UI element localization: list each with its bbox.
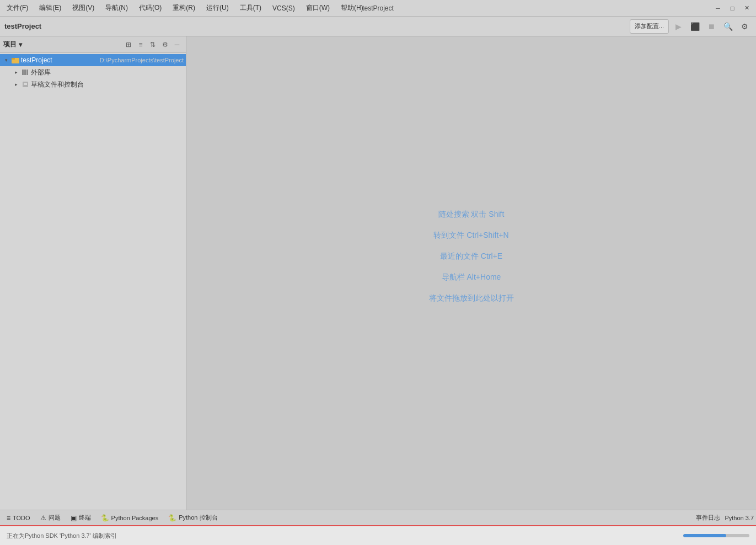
hint-item-0[interactable]: 随处搜索 双击 Shift <box>438 210 505 220</box>
tree-icon-external-libs <box>21 68 30 77</box>
status-bar: ≡TODO⚠问题▣终端🐍Python Packages🐍Python 控制台 事… <box>0 510 756 525</box>
tree-item-testProject[interactable]: ▾testProjectD:\PycharmProjects\testProje… <box>0 54 186 66</box>
menu-item-VCSS[interactable]: VCS(S) <box>270 3 297 13</box>
menu-item-R[interactable]: 重构(R) <box>170 2 197 14</box>
status-tab-problems[interactable]: ⚠问题 <box>36 511 65 525</box>
status-right: 事件日志 Python 3.7 <box>696 514 754 522</box>
toolbar-left: testProject <box>4 22 46 30</box>
menu-item-W[interactable]: 窗口(W) <box>304 2 332 14</box>
title-bar: 文件(F)编辑(E)视图(V)导航(N)代码(O)重构(R)运行(U)工具(T)… <box>0 0 756 17</box>
svg-rect-4 <box>26 70 28 75</box>
project-panel-title: 项目 <box>3 40 22 49</box>
notification-text: 正在为Python SDK 'Python 3.7' 编制索引 <box>7 532 679 540</box>
tree-item-external-libs[interactable]: ▸外部库 <box>0 66 186 78</box>
window-title: testProject <box>362 4 394 12</box>
close-button[interactable]: ✕ <box>742 3 752 13</box>
menu-item-H[interactable]: 帮助(H) <box>339 2 366 14</box>
settings-button[interactable]: ⚙ <box>737 19 752 34</box>
svg-rect-3 <box>24 70 26 75</box>
status-tab-todo[interactable]: ≡TODO <box>2 511 35 525</box>
panel-sort-icon[interactable]: ⇅ <box>147 39 158 50</box>
notification-bar: 正在为Python SDK 'Python 3.7' 编制索引 <box>0 525 756 545</box>
main-area: 项目 ⊞ ≡ ⇅ ⚙ ─ ▾testProjectD:\PycharmProje… <box>0 36 756 510</box>
hint-item-2[interactable]: 最近的文件 Ctrl+E <box>440 252 502 261</box>
tab-icon-terminal: ▣ <box>71 514 77 522</box>
python-version-label: Python 3.7 <box>725 515 754 521</box>
project-name: testProject <box>4 22 41 30</box>
hint-item-1[interactable]: 转到文件 Ctrl+Shift+N <box>433 231 508 241</box>
status-tabs: ≡TODO⚠问题▣终端🐍Python Packages🐍Python 控制台 <box>2 511 222 525</box>
menu-item-T[interactable]: 工具(T) <box>238 2 264 14</box>
tree-label-testProject: testProject <box>21 56 96 64</box>
title-bar-left: 文件(F)编辑(E)视图(V)导航(N)代码(O)重构(R)运行(U)工具(T)… <box>4 2 366 14</box>
tab-label-terminal: 终端 <box>79 514 91 522</box>
toolbar-right: 添加配置... ▶ ⬛ ⏹ 🔍 ⚙ <box>630 19 752 34</box>
menu-item-V[interactable]: 视图(V) <box>70 2 96 14</box>
menu-item-U[interactable]: 运行(U) <box>204 2 231 14</box>
progress-bar-fill <box>683 534 726 537</box>
event-log-link[interactable]: 事件日志 <box>696 514 720 522</box>
tab-label-todo: TODO <box>13 515 30 521</box>
toolbar: testProject 添加配置... ▶ ⬛ ⏹ 🔍 ⚙ <box>0 17 756 36</box>
panel-gear-icon[interactable]: ⚙ <box>159 39 170 50</box>
status-tab-terminal[interactable]: ▣终端 <box>66 511 95 525</box>
tree-item-scratches[interactable]: ▸草稿文件和控制台 <box>0 78 186 90</box>
tab-icon-problems: ⚠ <box>40 514 46 522</box>
tab-icon-python-console: 🐍 <box>168 514 176 522</box>
tab-icon-python-packages: 🐍 <box>101 514 109 522</box>
project-title-label: 项目 <box>3 40 17 49</box>
tree-expand-scratches[interactable]: ▸ <box>12 81 20 88</box>
menu-item-O[interactable]: 代码(O) <box>137 2 164 14</box>
hint-item-3[interactable]: 导航栏 Alt+Home <box>442 272 501 282</box>
editor-hints: 随处搜索 双击 Shift转到文件 Ctrl+Shift+N最近的文件 Ctrl… <box>186 36 756 510</box>
run-button[interactable]: ▶ <box>671 19 685 34</box>
project-panel-header: 项目 ⊞ ≡ ⇅ ⚙ ─ <box>0 36 186 53</box>
status-tab-python-packages[interactable]: 🐍Python Packages <box>96 511 163 525</box>
menu-bar: 文件(F)编辑(E)视图(V)导航(N)代码(O)重构(R)运行(U)工具(T)… <box>4 2 366 14</box>
menu-item-E[interactable]: 编辑(E) <box>37 2 63 14</box>
search-everywhere-button[interactable]: 🔍 <box>721 19 735 34</box>
tree-path-testProject: D:\PycharmProjects\testProject <box>100 57 184 63</box>
tab-label-python-packages: Python Packages <box>111 515 159 521</box>
project-chevron-icon[interactable] <box>19 41 22 49</box>
maximize-button[interactable]: □ <box>727 3 737 13</box>
tree-label-external-libs: 外部库 <box>31 68 184 77</box>
tab-label-python-console: Python 控制台 <box>179 514 217 522</box>
debug-button[interactable]: ⬛ <box>688 19 702 34</box>
panel-header-icons: ⊞ ≡ ⇅ ⚙ ─ <box>123 39 183 50</box>
svg-rect-1 <box>12 58 15 60</box>
project-tree: ▾testProjectD:\PycharmProjects\testProje… <box>0 53 186 510</box>
window-controls: ─ □ ✕ <box>713 3 752 13</box>
minimize-button[interactable]: ─ <box>713 3 723 13</box>
svg-rect-2 <box>22 70 24 75</box>
tab-label-problems: 问题 <box>49 514 61 522</box>
panel-minimize-icon[interactable]: ─ <box>171 39 183 50</box>
add-config-button[interactable]: 添加配置... <box>630 19 669 34</box>
tab-icon-todo: ≡ <box>7 514 10 522</box>
tree-expand-testProject[interactable]: ▾ <box>2 56 10 64</box>
tree-icon-scratches <box>21 80 30 89</box>
status-tab-python-console[interactable]: 🐍Python 控制台 <box>164 511 222 525</box>
indexing-progress-bar <box>683 534 749 537</box>
editor-area: 随处搜索 双击 Shift转到文件 Ctrl+Shift+N最近的文件 Ctrl… <box>186 36 756 510</box>
tree-icon-testProject <box>11 56 20 65</box>
tree-label-scratches: 草稿文件和控制台 <box>31 80 184 89</box>
menu-item-N[interactable]: 导航(N) <box>103 2 130 14</box>
project-panel: 项目 ⊞ ≡ ⇅ ⚙ ─ ▾testProjectD:\PycharmProje… <box>0 36 186 510</box>
hint-item-4[interactable]: 将文件拖放到此处以打开 <box>429 293 514 303</box>
panel-layout-icon[interactable]: ⊞ <box>123 39 134 50</box>
panel-list-icon[interactable]: ≡ <box>135 39 146 50</box>
tree-expand-external-libs[interactable]: ▸ <box>12 68 20 76</box>
stop-button[interactable]: ⏹ <box>704 19 719 34</box>
menu-item-F[interactable]: 文件(F) <box>4 2 30 14</box>
